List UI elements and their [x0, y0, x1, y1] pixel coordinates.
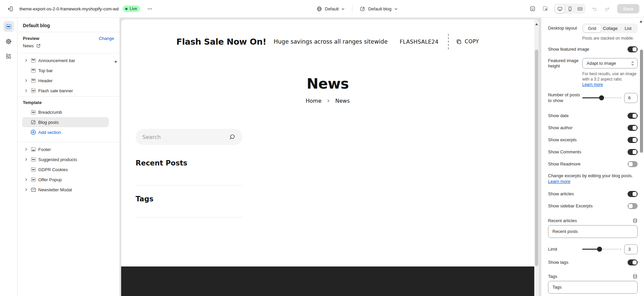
layout-option-collage[interactable]: Collage	[601, 24, 619, 33]
sidebar-item-label: Announcement bar	[38, 58, 75, 63]
limit-value[interactable]	[624, 244, 638, 254]
desktop-preview-button[interactable]	[555, 4, 565, 13]
section-top-icon	[30, 78, 36, 83]
theme-settings-nav-button[interactable]	[3, 36, 14, 47]
show-featured-image-row: Show featured image	[548, 43, 638, 55]
copy-code-button[interactable]: COPY	[456, 39, 479, 45]
exit-editor-button[interactable]	[5, 3, 15, 14]
slider-thumb[interactable]	[597, 247, 602, 252]
sidebar-item-label: Breadcrumb	[38, 110, 62, 115]
panel-scrollbar-thumb[interactable]	[640, 50, 643, 153]
show-articles-toggle[interactable]	[628, 191, 638, 197]
show-date-toggle[interactable]	[628, 113, 638, 119]
show-excerpts-toggle[interactable]	[628, 137, 638, 143]
section-mid-icon	[30, 177, 36, 182]
search-input[interactable]	[142, 134, 229, 140]
layout-option-grid[interactable]: Grid	[583, 24, 601, 33]
inspect-button[interactable]	[540, 3, 551, 14]
show-articles-row: Show articles	[548, 188, 638, 200]
show-excerpts-row: Show excerpts	[548, 134, 638, 146]
show-tags-toggle[interactable]	[628, 259, 638, 265]
template-selector[interactable]: Default blog	[357, 4, 400, 14]
inspector-cursor-icon	[542, 6, 548, 12]
chevron-right-icon[interactable]	[23, 147, 29, 152]
chevron-right-icon[interactable]	[23, 177, 29, 182]
fullwidth-preview-button[interactable]	[575, 4, 585, 13]
show-readmore-row: Show Readmore	[548, 158, 638, 170]
chevron-right-icon[interactable]	[23, 58, 29, 63]
number-of-posts-value[interactable]	[624, 93, 638, 103]
spacer	[23, 167, 29, 172]
show-excerpts-label: Show excerpts	[548, 137, 577, 142]
number-of-posts-slider[interactable]	[582, 95, 621, 101]
sidebar-item-header[interactable]: Header	[22, 76, 109, 86]
featured-image-height-select[interactable]: Adapt to image	[582, 58, 638, 68]
show-author-toggle[interactable]	[628, 125, 638, 131]
layout-option-list[interactable]: List	[619, 24, 637, 33]
preview-scrollbar[interactable]	[534, 19, 539, 296]
show-featured-image-toggle[interactable]	[628, 46, 638, 52]
dynamic-source-icon[interactable]	[633, 274, 638, 279]
sidebar-item-label: Footer	[38, 147, 51, 152]
save-button[interactable]: Save	[617, 4, 639, 13]
sidebar-item-blog-posts[interactable]: Blog posts	[22, 117, 109, 127]
footer-section[interactable]	[121, 266, 534, 296]
apps-nav-button[interactable]	[3, 51, 14, 61]
show-author-row: Show author	[548, 122, 638, 134]
change-preview-link[interactable]: Change	[99, 36, 114, 41]
slider-thumb[interactable]	[599, 95, 604, 100]
featured-image-height-label: Featured image height	[548, 58, 582, 69]
redo-button[interactable]	[602, 3, 612, 14]
add-section-button[interactable]: Add section	[22, 127, 109, 137]
live-status-badge: Live	[122, 5, 140, 12]
flash-sale-banner-section[interactable]: Flash Sale Now On! Huge savings across a…	[121, 33, 534, 50]
show-date-label: Show date	[548, 113, 568, 118]
show-comments-toggle[interactable]	[628, 149, 638, 155]
limit-row: Limit	[548, 244, 638, 255]
chevron-right-icon[interactable]	[23, 157, 29, 162]
tags-heading: Tags	[136, 195, 153, 203]
chevron-right-icon[interactable]	[23, 88, 29, 93]
featured-image-help: For best results, use an image with a 3:…	[582, 71, 637, 88]
dynamic-source-icon[interactable]	[633, 218, 638, 223]
sidebar-item-gdpr-cookies[interactable]: GDPR Cookies	[22, 164, 109, 175]
sidebar-item-breadcrumb[interactable]: Breadcrumb	[22, 107, 109, 117]
envelope-icon	[30, 187, 36, 192]
sections-nav-button[interactable]	[3, 21, 14, 32]
chevron-right-icon[interactable]	[23, 187, 29, 192]
app-embeds-button[interactable]	[527, 3, 538, 14]
breadcrumb-home-link[interactable]: Home	[306, 98, 321, 104]
scroll-up-icon[interactable]	[535, 23, 538, 25]
chevron-right-icon[interactable]	[23, 78, 29, 83]
mobile-preview-button[interactable]	[565, 4, 575, 13]
external-link-icon[interactable]	[36, 44, 41, 48]
learn-more-link[interactable]: Learn more	[548, 179, 570, 184]
excerpt-note: Change excerpts by editing your blog pos…	[548, 173, 638, 185]
panel-scroll-up-icon[interactable]	[640, 20, 642, 22]
limit-slider[interactable]	[582, 247, 621, 252]
blog-page-title: News	[121, 76, 534, 92]
show-readmore-toggle[interactable]	[628, 161, 638, 167]
sidebar-item-top-bar[interactable]: Top bar	[22, 65, 109, 76]
sidebar-item-suggested-products[interactable]: Suggested products	[22, 154, 109, 164]
sidebar-scroll-up-icon[interactable]	[114, 60, 117, 62]
sidebar-item-offer-popup[interactable]: Offer Popup	[22, 175, 109, 185]
mobile-icon	[567, 6, 573, 12]
spacer	[23, 109, 29, 115]
scrollbar-thumb[interactable]	[535, 50, 538, 266]
search-icon[interactable]	[229, 134, 236, 141]
show-sidebar-excerpts-toggle[interactable]	[628, 203, 638, 209]
undo-button[interactable]	[589, 3, 600, 14]
sidebar-item-announcement-bar[interactable]: Announcement bar	[22, 55, 109, 65]
language-selector[interactable]: Default	[314, 4, 347, 14]
top-bar: theme-export-os-2-0-framework-myshopify-…	[0, 0, 644, 18]
recent-articles-input[interactable]	[548, 225, 638, 238]
gear-icon	[5, 38, 12, 45]
sidebar-item-flash-sale-banner[interactable]: Flash sale banner	[22, 86, 109, 96]
show-sidebar-excerpts-label: Show sidebar Excerpts	[548, 203, 593, 208]
more-options-button[interactable]	[144, 3, 155, 14]
sidebar-item-newsletter-modal[interactable]: Newsletter Modal	[22, 185, 109, 195]
learn-more-link[interactable]: Learn more	[582, 82, 603, 87]
sidebar-item-footer[interactable]: Footer	[22, 144, 109, 154]
tags-input[interactable]	[548, 281, 638, 294]
